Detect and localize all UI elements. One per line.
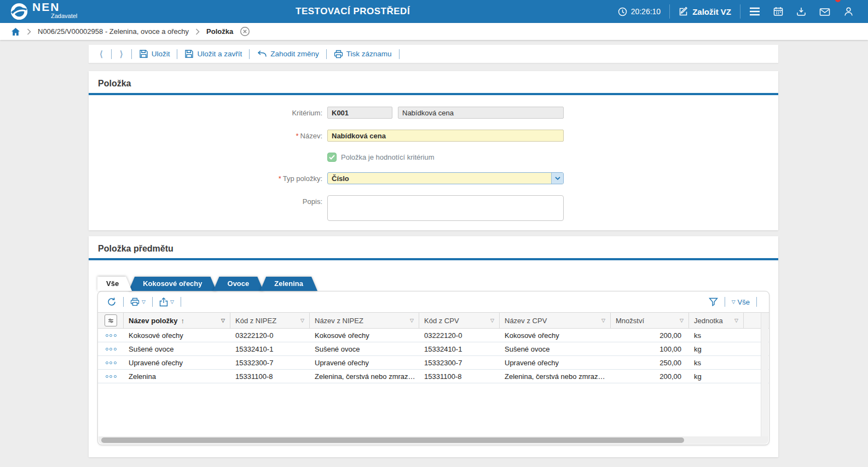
nazev-input[interactable]: Nabídková cena [327,130,564,142]
breadcrumb-item-procurement[interactable]: N006/25/V00002958 - Zelenina, ovoce a oř… [38,27,189,36]
nen-logo-icon [10,2,28,21]
hodnotici-checkbox[interactable] [327,153,337,162]
tab-zelenina[interactable]: Zelenina [260,277,317,291]
column-header-nazev-nipez[interactable]: Název z NIPEZ ▽ [310,313,419,328]
filter-button[interactable] [707,297,720,306]
row-actions-icon[interactable] [106,334,117,337]
table-row[interactable]: Kokosové ořechy 03222120-0 Kokosové ořec… [98,329,769,342]
print-record-button[interactable]: Tisk záznamu [332,50,394,59]
column-filter-icon[interactable]: ▽ [218,318,225,323]
column-header-mnozstvi[interactable]: Množství ▽ [611,313,689,328]
row-actions-icon[interactable] [106,375,117,378]
divider [123,297,124,307]
column-header-kod-nipez[interactable]: Kód z NIPEZ ▽ [230,313,310,328]
popis-label: Popis: [89,195,327,221]
select-dropdown-button[interactable] [551,173,563,184]
tab-vse[interactable]: Vše [97,277,132,291]
breadcrumb: N006/25/V00002958 - Zelenina, ovoce a oř… [0,23,868,40]
column-header-kod-cpv[interactable]: Kód z CPV ▽ [419,313,500,328]
horizontal-scrollbar-thumb[interactable] [101,437,684,443]
downloads-button[interactable] [790,0,813,23]
logo-subtitle: Zadavatel [51,11,77,21]
vertical-scrollbar-gutter [761,313,768,436]
column-settings-button[interactable] [98,313,124,328]
subject-items-panel: Položka předmětu Vše Kokosové ořechy Ovo… [89,236,778,457]
chevron-right-icon [195,28,200,35]
nav-forward-button[interactable]: ⟩ [117,49,126,59]
table-row[interactable]: Sušené ovoce 15332410-1 Sušené ovoce 153… [98,342,769,356]
column-header-nazev-cpv[interactable]: Název z CPV ▽ [500,313,611,328]
home-icon[interactable] [11,27,20,36]
column-header-jednotka[interactable]: Jednotka ▽ [689,313,744,328]
item-form: Kritérium: K001 Nabídková cena Název: Na… [89,95,778,221]
column-filter-icon[interactable]: ▽ [731,318,738,323]
user-profile-button[interactable] [837,0,860,23]
chevron-right-icon [27,28,31,35]
main-content: ⟨ ⟩ Uložit Uložit a zavřít Zahodit změny [89,45,778,457]
section-divider [89,258,778,260]
column-filter-icon[interactable]: ▽ [676,318,684,323]
printer-icon [334,50,343,59]
create-vz-button[interactable]: Založit VZ [672,0,738,23]
grid-header-row: Název položky ↑ ▽ Kód z NIPEZ ▽ Název z … [98,312,769,329]
items-grid: ▽ ▽ [97,291,769,445]
menu-button[interactable] [743,0,767,23]
calendar-button[interactable] [767,0,790,23]
save-icon [184,49,194,59]
table-row[interactable]: Zelenina 15331100-8 Zelenina, čerstvá ne… [98,370,769,383]
column-header-nazev-polozky[interactable]: Název položky ↑ ▽ [124,313,230,328]
divider [131,49,132,59]
filter-scope-dropdown[interactable]: ▽ Vše [730,298,751,306]
nen-logo[interactable]: NEN Zadavatel [0,2,77,21]
breadcrumb-item-current: Položka [206,27,233,36]
save-close-button[interactable]: Uložit a zavřít [182,49,244,59]
calendar-icon [773,7,783,16]
divider [669,4,670,19]
column-filter-icon[interactable]: ▽ [407,318,414,323]
refresh-button[interactable] [105,297,118,307]
export-button[interactable]: ▽ [158,297,176,307]
divider [249,49,250,59]
divider [111,49,112,59]
divider [725,297,725,307]
divider [177,49,177,59]
person-icon [843,7,854,17]
divider [326,49,327,59]
record-toolbar: ⟨ ⟩ Uložit Uložit a zavřít Zahodit změny [89,45,778,63]
printer-icon [130,297,140,306]
popis-textarea[interactable] [327,195,564,221]
save-button[interactable]: Uložit [137,49,172,59]
item-form-panel: Položka Kritérium: K001 Nabídková cena N… [89,71,778,230]
divider [399,49,400,59]
hodnotici-row: . Položka je hodnotící kritérium [89,153,778,163]
table-row[interactable]: Upravené ořechy 15332300-7 Upravené ořec… [98,356,769,370]
dropdown-triangle-icon: ▽ [142,299,146,305]
typ-polozky-select[interactable]: Číslo [327,172,564,184]
logo-text: NEN Zadavatel [32,2,77,21]
grid-toolbar: ▽ ▽ [98,291,769,312]
tab-kokosove-orechy[interactable]: Kokosové ořechy [129,277,216,291]
close-tab-icon[interactable] [240,26,250,37]
divider [756,297,757,307]
column-filter-icon[interactable]: ▽ [297,318,304,323]
clock-time: 20:26:10 [631,7,661,16]
row-actions-icon[interactable] [106,361,117,364]
tab-ovoce[interactable]: Ovoce [213,277,264,291]
print-grid-button[interactable]: ▽ [129,297,147,306]
top-bar: NEN Zadavatel TESTOVACÍ PROSTŘEDÍ 20:26:… [0,0,868,23]
popis-row: Popis: [89,195,778,221]
dropdown-triangle-icon: ▽ [732,299,736,305]
row-actions-icon[interactable] [106,348,117,351]
column-filter-icon[interactable]: ▽ [487,318,494,323]
column-filter-icon[interactable]: ▽ [598,318,605,323]
messages-button[interactable] [813,0,837,23]
hodnotici-checkbox-label: Položka je hodnotící kritérium [341,153,435,163]
session-clock: 20:26:10 [611,0,668,23]
grid-filter-controls: ▽ Vše [707,297,762,307]
nazev-label: Název: [89,130,327,142]
kriterium-row: Kritérium: K001 Nabídková cena [89,107,778,119]
horizontal-scrollbar[interactable] [99,436,768,444]
discard-changes-button[interactable]: Zahodit změny [254,50,321,58]
nav-back-button[interactable]: ⟨ [96,49,106,59]
topbar-actions: 20:26:10 Založit VZ [611,0,868,23]
